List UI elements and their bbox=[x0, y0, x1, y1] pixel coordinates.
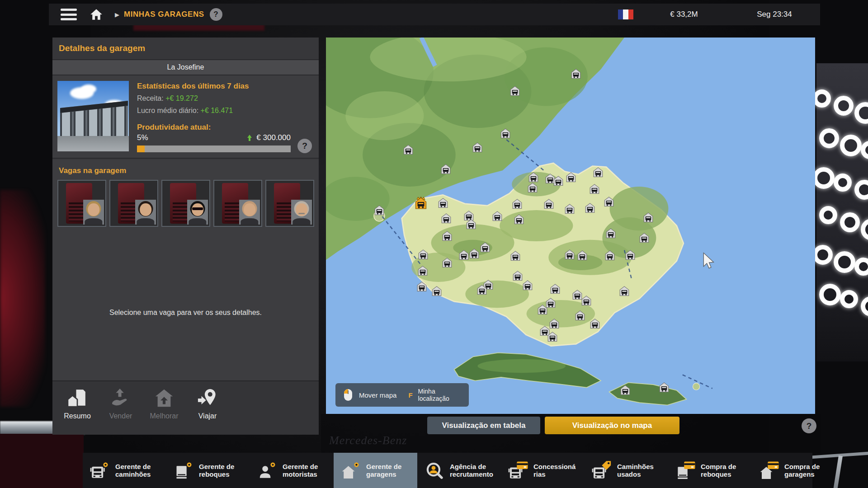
garage-marker[interactable] bbox=[604, 249, 616, 263]
garage-marker[interactable] bbox=[642, 211, 654, 225]
background-floor bbox=[0, 434, 84, 488]
garage-marker[interactable] bbox=[440, 212, 452, 226]
garage-marker[interactable] bbox=[565, 171, 577, 185]
garage-marker[interactable] bbox=[543, 198, 555, 211]
garage-map[interactable]: Mover mapa F Minha localização bbox=[326, 38, 815, 414]
map-view-button[interactable]: Visualização no mapa bbox=[545, 417, 679, 434]
garage-marker[interactable] bbox=[458, 249, 470, 262]
garage-marker[interactable] bbox=[511, 197, 523, 211]
travel-icon bbox=[197, 388, 218, 408]
garage-marker[interactable] bbox=[589, 183, 600, 197]
garage-marker[interactable] bbox=[618, 285, 630, 298]
garage-marker[interactable] bbox=[619, 384, 631, 397]
nav-recruitment-agency[interactable]: Agência de recrutamento bbox=[417, 453, 501, 488]
light-ring bbox=[819, 206, 837, 224]
garage-marker[interactable] bbox=[441, 257, 453, 270]
garage-marker[interactable] bbox=[373, 204, 385, 217]
garage-marker[interactable] bbox=[549, 282, 561, 296]
upgrade-button[interactable]: Melhorar bbox=[145, 388, 184, 420]
garage-marker[interactable] bbox=[479, 241, 491, 255]
nav-dealers[interactable]: Concessionárias bbox=[501, 453, 585, 488]
breadcrumb-chevron-icon: ▶ bbox=[115, 11, 119, 18]
garage-marker[interactable] bbox=[441, 230, 453, 244]
garage-marker[interactable] bbox=[491, 210, 503, 224]
garage-marker[interactable] bbox=[537, 304, 548, 317]
garage-marker[interactable] bbox=[547, 330, 558, 344]
light-ring bbox=[840, 135, 862, 156]
garage-marker[interactable] bbox=[592, 166, 604, 179]
sell-button[interactable]: Vender bbox=[101, 388, 140, 420]
garage-marker[interactable] bbox=[500, 127, 511, 141]
upgrade-icon bbox=[154, 388, 175, 408]
nav-trailer-buy[interactable]: Compra de reboques bbox=[668, 453, 752, 488]
garage-marker[interactable] bbox=[605, 227, 617, 241]
garage-marker[interactable] bbox=[417, 249, 429, 262]
garage-marker[interactable] bbox=[522, 279, 533, 293]
garage-marker[interactable] bbox=[658, 381, 670, 395]
home-icon[interactable] bbox=[90, 8, 103, 21]
garage-marker[interactable] bbox=[589, 318, 601, 331]
breadcrumb: MINHAS GARAGENS bbox=[124, 10, 204, 19]
help-icon[interactable]: ? bbox=[210, 8, 222, 21]
menu-icon[interactable] bbox=[61, 9, 77, 20]
nav-garage-manager[interactable]: Gerente de garagens bbox=[334, 453, 417, 488]
garage-marker[interactable] bbox=[476, 284, 488, 297]
profit-value: +€ 16.471 bbox=[201, 107, 233, 114]
garage-marker[interactable] bbox=[468, 248, 480, 261]
garage-marker[interactable] bbox=[552, 174, 564, 188]
garage-marker[interactable] bbox=[431, 285, 443, 298]
garage-marker[interactable] bbox=[574, 310, 586, 323]
panel-title: Detalhes da garagem bbox=[52, 38, 319, 60]
truck-tag-icon bbox=[591, 460, 612, 481]
garage-slot-woman-sunglasses-black-bob[interactable] bbox=[161, 180, 210, 227]
nav-driver-manager[interactable]: Gerente de motoristas bbox=[250, 453, 334, 488]
map-markers bbox=[326, 38, 815, 414]
garage-marker[interactable] bbox=[527, 181, 538, 195]
stats-heading: Estatísticas dos últimos 7 dias bbox=[137, 80, 313, 92]
garage-slot-gray-hair-mustache-man[interactable] bbox=[265, 180, 314, 227]
garage-marker[interactable] bbox=[584, 202, 596, 215]
garage-marker[interactable] bbox=[402, 144, 414, 157]
garage-marker[interactable] bbox=[472, 141, 483, 155]
garage-marker[interactable] bbox=[564, 249, 576, 262]
studio-lights bbox=[816, 63, 868, 361]
nav-truck-manager[interactable]: Gerente de caminhões bbox=[83, 453, 166, 488]
garage-marker[interactable] bbox=[509, 84, 521, 98]
nav-used-trucks[interactable]: Caminhões usados bbox=[585, 453, 668, 488]
view-help-icon[interactable]: ? bbox=[802, 418, 816, 433]
table-view-button[interactable]: Visualização em tabela bbox=[427, 417, 540, 434]
nav-garage-buy[interactable]: Compra de garagens bbox=[752, 453, 835, 488]
background-red-fender bbox=[0, 190, 45, 407]
productivity-help-icon[interactable]: ? bbox=[297, 139, 312, 153]
travel-button[interactable]: Viajar bbox=[188, 388, 227, 420]
garage-marker[interactable] bbox=[416, 280, 428, 294]
top-bar: ▶ MINHAS GARAGENS ? € 33,2M Seg 23:34 bbox=[49, 4, 820, 25]
garage-marker[interactable] bbox=[509, 250, 521, 263]
player-garage-marker[interactable] bbox=[414, 196, 428, 211]
light-ring bbox=[819, 128, 839, 148]
driver-portrait bbox=[83, 200, 104, 225]
garage-marker[interactable] bbox=[564, 203, 576, 216]
garage-marker[interactable] bbox=[417, 264, 429, 278]
light-ring bbox=[813, 89, 831, 108]
garage-marker[interactable] bbox=[638, 232, 650, 245]
garage-marker[interactable] bbox=[437, 197, 449, 210]
move-map-label: Mover mapa bbox=[359, 391, 396, 399]
driver-portrait bbox=[187, 200, 208, 225]
garage-marker[interactable] bbox=[513, 213, 525, 226]
garage-marker[interactable] bbox=[440, 163, 452, 176]
resume-button[interactable]: Resumo bbox=[58, 388, 97, 420]
garage-marker[interactable] bbox=[603, 196, 615, 209]
garage-marker[interactable] bbox=[624, 249, 636, 262]
garage-slot-brunette-woman-long-hair[interactable] bbox=[109, 180, 158, 227]
garage-marker[interactable] bbox=[580, 294, 592, 308]
driver-portrait bbox=[239, 200, 260, 225]
garage-slot-blond-man[interactable] bbox=[57, 180, 106, 227]
garage-marker[interactable] bbox=[570, 68, 582, 81]
profit-line: Lucro médio diário: +€ 16.471 bbox=[137, 104, 313, 117]
garage-slot-shaved-head-man[interactable] bbox=[213, 180, 262, 227]
garage-marker[interactable] bbox=[465, 218, 477, 231]
nav-trailer-manager[interactable]: Gerente de reboques bbox=[166, 453, 250, 488]
f-key-label: F bbox=[408, 391, 412, 399]
garage-marker[interactable] bbox=[576, 249, 588, 263]
